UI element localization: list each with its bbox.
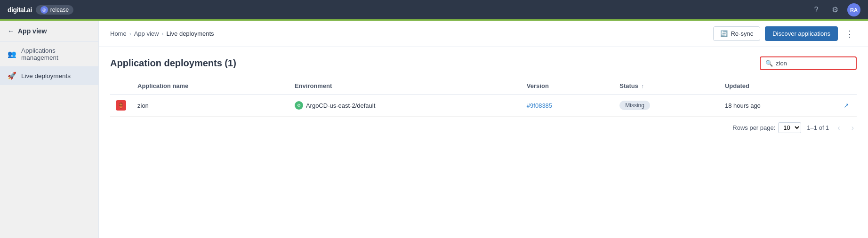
page-info: 1–1 of 1 [807, 124, 829, 131]
brand-logo: digital.ai [8, 6, 32, 14]
breadcrumb-home[interactable]: Home [110, 30, 127, 37]
row-environment-cell: ⚙ ArgoCD-us-east-2/default [289, 95, 521, 117]
prev-page-button[interactable]: ‹ [835, 123, 843, 133]
row-external-cell: ↗ [838, 95, 857, 117]
app-icon: 🏺 [116, 100, 126, 111]
table-body: 🏺 zion ⚙ ArgoCD-us-east-2/default [110, 95, 857, 117]
content-area: Application deployments (1) 🔍 Applicatio… [99, 47, 868, 148]
sort-icon: ↑ [642, 83, 644, 89]
col-updated: Updated [719, 78, 838, 95]
col-actions [838, 78, 857, 95]
rows-per-page-select[interactable]: 10 25 50 [778, 122, 801, 133]
sidebar-item-label: Applications management [21, 47, 91, 61]
sidebar-back-button[interactable]: ← App view [0, 21, 98, 42]
pagination: Rows per page: 10 25 50 1–1 of 1 ‹ › [110, 117, 857, 139]
row-updated-cell: 18 hours ago [719, 95, 838, 117]
env-cell: ⚙ ArgoCD-us-east-2/default [295, 101, 515, 110]
search-input[interactable] [776, 60, 851, 67]
topbar-actions: 🔄 Re-sync Discover applications ⋮ [713, 26, 857, 41]
col-icon [110, 78, 132, 95]
resync-icon: 🔄 [720, 30, 728, 37]
settings-icon[interactable]: ⚙ [828, 3, 842, 16]
deployments-table: Application name Environment Version Sta… [110, 78, 857, 117]
rows-per-page-label: Rows per page: [732, 124, 775, 131]
breadcrumb-sep-2: › [161, 31, 163, 37]
updated-time: 18 hours ago [725, 102, 761, 109]
col-version: Version [521, 78, 614, 95]
row-status-cell: Missing [614, 95, 719, 117]
sidebar-item-applications-management[interactable]: 👥 Applications management [0, 42, 98, 66]
version-link[interactable]: #9f08385 [527, 102, 552, 109]
status-badge: Missing [619, 101, 650, 110]
sidebar-item-live-deployments[interactable]: 🚀 Live deployments [0, 66, 98, 85]
env-icon: ⚙ [295, 101, 303, 110]
search-icon: 🔍 [765, 60, 773, 67]
sidebar-back-label: App view [18, 27, 47, 35]
row-icon-cell: 🏺 [110, 95, 132, 117]
more-options-button[interactable]: ⋮ [843, 27, 857, 41]
breadcrumb-app-view[interactable]: App view [134, 30, 159, 37]
row-version-cell: #9f08385 [521, 95, 614, 117]
sidebar: ← App view 👥 Applications management 🚀 L… [0, 21, 99, 238]
rows-per-page: Rows per page: 10 25 50 [732, 122, 801, 133]
page-header: Application deployments (1) 🔍 [110, 56, 857, 70]
breadcrumb-current: Live deployments [166, 30, 214, 37]
col-environment: Environment [289, 78, 521, 95]
search-box: 🔍 [760, 56, 857, 70]
external-link-icon[interactable]: ↗ [844, 102, 849, 109]
breadcrumb-sep-1: › [129, 31, 131, 37]
table-row: 🏺 zion ⚙ ArgoCD-us-east-2/default [110, 95, 857, 117]
row-app-name-cell: zion [132, 95, 289, 117]
resync-button[interactable]: 🔄 Re-sync [713, 26, 760, 41]
topbar: Home › App view › Live deployments 🔄 Re-… [99, 21, 868, 47]
release-product-icon: ◎ [40, 6, 48, 14]
product-label: release [50, 7, 69, 13]
avatar[interactable]: RA [847, 3, 860, 16]
release-badge: ◎ release [36, 5, 73, 15]
sidebar-item-label: Live deployments [21, 72, 71, 79]
rocket-icon: 🚀 [8, 71, 16, 80]
page-title: Application deployments (1) [110, 58, 236, 69]
table-header: Application name Environment Version Sta… [110, 78, 857, 95]
table-header-row: Application name Environment Version Sta… [110, 78, 857, 95]
discover-applications-button[interactable]: Discover applications [765, 26, 838, 41]
layout: ← App view 👥 Applications management 🚀 L… [0, 21, 868, 238]
breadcrumb: Home › App view › Live deployments [110, 30, 214, 37]
back-arrow-icon: ← [8, 27, 14, 35]
main-content: Home › App view › Live deployments 🔄 Re-… [99, 21, 868, 238]
resync-label: Re-sync [731, 30, 753, 37]
table-container: Application name Environment Version Sta… [110, 78, 857, 117]
env-name: ArgoCD-us-east-2/default [306, 102, 375, 109]
col-app-name: Application name [132, 78, 289, 95]
navbar: digital.ai ◎ release ? ⚙ RA [0, 0, 868, 21]
app-name: zion [137, 102, 149, 109]
help-icon[interactable]: ? [810, 3, 823, 16]
navbar-right: ? ⚙ RA [810, 3, 860, 16]
next-page-button[interactable]: › [849, 123, 857, 133]
people-icon: 👥 [8, 50, 16, 58]
col-status[interactable]: Status ↑ [614, 78, 719, 95]
navbar-left: digital.ai ◎ release [8, 5, 73, 15]
